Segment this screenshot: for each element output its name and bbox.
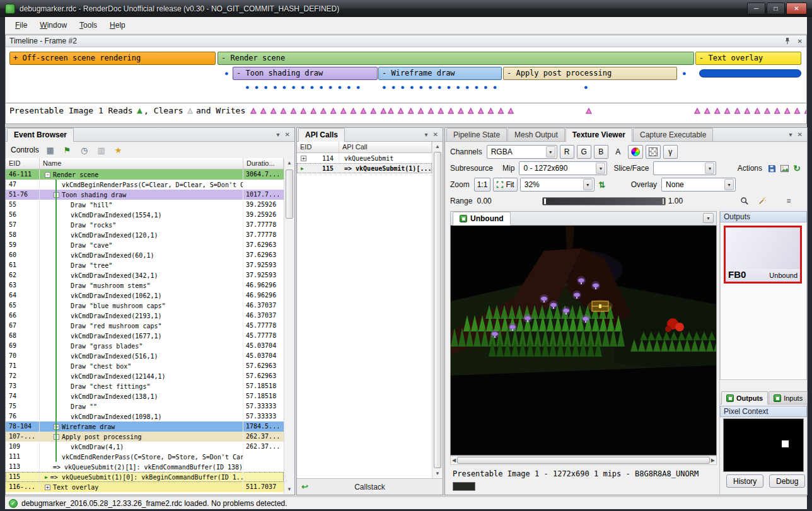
time-draws-icon[interactable]: ◷ [79, 144, 90, 156]
event-browser-column-header[interactable]: EID Name Duratio... [6, 158, 284, 169]
color-wheel-button[interactable] [628, 145, 643, 159]
texture-horizontal-scrollbar[interactable]: ◀ ▶ [450, 456, 717, 465]
event-row[interactable]: 76vkCmdDrawIndexed(1098,1)57.33333 [6, 411, 284, 422]
expander-icon[interactable]: + [301, 156, 306, 161]
event-row[interactable]: 66vkCmdDrawIndexed(2193,1)46.37037 [6, 311, 284, 321]
event-browser-scrollbar[interactable]: ▲ ▼ [284, 158, 294, 494]
event-row[interactable]: 75Draw ""57.33333 [6, 401, 284, 411]
menu-tools[interactable]: Tools [73, 18, 103, 33]
event-row[interactable]: 60vkCmdDrawIndexed(60,1)37.62963 [6, 250, 284, 260]
column-name[interactable]: Name [40, 158, 243, 169]
event-row[interactable]: 56vkCmdDrawIndexed(1554,1)39.25926 [6, 210, 284, 220]
timeline-event-dot[interactable]: ● [682, 69, 687, 77]
timeline-event-dot[interactable]: ● [224, 69, 229, 77]
channel-g-button[interactable]: G [577, 145, 591, 159]
channel-b-button[interactable]: B [594, 145, 608, 159]
timeline-toggle-icon[interactable]: ▦ [45, 144, 56, 156]
tab-texture-viewer[interactable]: Texture Viewer [566, 128, 632, 142]
maximize-button[interactable]: □ [767, 3, 785, 14]
event-row[interactable]: 63Draw "mushroom stems"46.96296 [6, 280, 284, 290]
event-row[interactable]: 69Draw "grass blades"45.03704 [6, 341, 284, 351]
timeline-bar-text-overlay[interactable]: - Text overlay [695, 52, 801, 65]
overlay-select[interactable]: None ▾ [661, 178, 736, 192]
tab-outputs[interactable]: Outputs [721, 391, 768, 405]
column-api-call[interactable]: API Call [339, 142, 432, 152]
zoom-1to1-button[interactable]: 1:1 [474, 178, 491, 192]
chevron-down-icon[interactable]: ▾ [583, 179, 593, 190]
write-markers-group[interactable]: ▲▲▲▲▲▲▲▲▲▲▲▲▲ [386, 105, 516, 115]
stats-icon[interactable]: ▥ [96, 144, 107, 156]
scroll-down-icon[interactable]: ▼ [432, 469, 443, 478]
timeline-bar-postproc[interactable]: - Apply post processing [503, 67, 677, 80]
pixel-context-view[interactable] [723, 418, 804, 472]
panel-close-icon[interactable]: ✕ [433, 131, 438, 138]
timeline-canvas[interactable]: + Off-screen scene rendering - Render sc… [6, 47, 806, 123]
event-row[interactable]: 67Draw "red mushroom caps"45.77778 [6, 321, 284, 331]
event-row[interactable]: 107-...-Apply post processing262.37... [6, 432, 284, 442]
event-row[interactable]: 55Draw "hill"39.25926 [6, 200, 284, 210]
event-row[interactable]: 51-76-Toon shading draw1017.7... [6, 190, 284, 200]
texture-display[interactable] [450, 226, 717, 456]
api-call-row[interactable]: ▶115=> vkQueueSubmit(1)[... [297, 163, 432, 173]
scroll-thumb[interactable] [457, 457, 710, 464]
event-row[interactable]: 68vkCmdDrawIndexed(1677,1)45.77778 [6, 331, 284, 341]
output-fb0-thumbnail[interactable]: FB0 Unbound [724, 226, 802, 284]
callstack-section[interactable]: ↩ Callstack [297, 478, 443, 495]
api-call-row[interactable]: +114vkQueueSubmit [297, 153, 432, 163]
range-black-handle[interactable] [543, 198, 547, 205]
event-row[interactable]: 61Draw "tree"37.92593 [6, 260, 284, 270]
write-markers-group[interactable]: ▲▲▲▲▲▲▲▲▲▲▲▲▲▲ [693, 105, 806, 115]
range-options-icon[interactable]: ≡ [784, 196, 794, 206]
event-row[interactable]: 59Draw "cave"37.62963 [6, 240, 284, 250]
timeline-bar-wireframe[interactable]: - Wireframe draw [378, 67, 502, 80]
scroll-up-icon[interactable]: ▲ [432, 142, 443, 151]
range-white-handle[interactable] [662, 198, 664, 205]
slice-face-select[interactable]: ▾ [653, 161, 716, 175]
expander-icon[interactable]: + [45, 485, 50, 490]
scroll-up-icon[interactable]: ▲ [284, 158, 294, 168]
chevron-down-icon[interactable]: ▾ [705, 163, 714, 174]
history-button[interactable]: History [726, 474, 763, 488]
save-texture-icon[interactable] [767, 163, 777, 173]
scroll-down-icon[interactable]: ▼ [284, 485, 294, 494]
event-row[interactable]: 62vkCmdDrawIndexed(342,1)37.92593 [6, 270, 284, 280]
timeline-draw-dot-postproc[interactable]: ● [584, 83, 593, 91]
texture-list-dropdown[interactable]: ▾ [703, 213, 714, 223]
api-calls-column-header[interactable]: EID API Call [297, 142, 432, 153]
menu-help[interactable]: Help [103, 18, 132, 33]
timeline-bar-render-scene[interactable]: - Render scene [218, 52, 694, 65]
event-row[interactable]: 78-104+Wireframe draw1784.5... [6, 422, 284, 432]
timeline-bar-offscreen[interactable]: + Off-screen scene rendering [9, 52, 216, 65]
event-row[interactable]: 70vkCmdDrawIndexed(516,1)45.03704 [6, 351, 284, 361]
column-duration[interactable]: Duratio... [243, 158, 284, 169]
zoom-select[interactable]: 32% ▾ [520, 178, 594, 192]
range-min-value[interactable]: 0.00 [477, 197, 491, 205]
checkerboard-background-button[interactable] [646, 145, 661, 159]
timeline-close-icon[interactable]: ✕ [798, 38, 803, 45]
event-row[interactable]: 71Draw "chest box"57.62963 [6, 361, 284, 371]
event-row[interactable]: 64vkCmdDrawIndexed(1062,1)46.96296 [6, 290, 284, 301]
flip-y-icon[interactable]: ⇅ [597, 180, 607, 190]
timeline-draw-dots-wireframe[interactable]: ●●●●●●●●●●●●● [382, 83, 502, 91]
close-button[interactable]: ✕ [786, 3, 807, 14]
scroll-left-icon[interactable]: ◀ [452, 457, 456, 463]
range-slider[interactable] [542, 197, 666, 205]
event-row[interactable]: 113=> vkQueueSubmit(2)[1]: vkEndCommandB… [6, 462, 284, 472]
tab-inputs[interactable]: Inputs [768, 391, 808, 404]
chevron-down-icon[interactable]: ▾ [546, 146, 555, 158]
tab-pipeline-state[interactable]: Pipeline State [446, 128, 507, 141]
column-eid[interactable]: EID [6, 158, 40, 169]
mip-select[interactable]: 0 - 1272x690 ▾ [519, 161, 607, 175]
event-row[interactable]: 73Draw "chest fittings"57.18518 [6, 381, 284, 391]
channel-r-button[interactable]: R [560, 145, 574, 159]
menu-file[interactable]: File [9, 18, 33, 33]
tab-capture-executable[interactable]: Capture Executable [633, 128, 713, 141]
timeline-draw-dots-toon[interactable]: ●●●●●●●●●●●●● [245, 83, 365, 91]
tab-event-browser[interactable]: Event Browser [7, 128, 74, 142]
event-row[interactable]: 116-...+Text overlay511.7037 [6, 482, 284, 492]
panel-close-icon[interactable]: ✕ [798, 131, 803, 138]
event-row[interactable]: 46-111-Render scene3064.7... [6, 169, 284, 180]
api-calls-scrollbar[interactable]: ▲ ▼ [432, 142, 443, 478]
tab-unbound-texture[interactable]: Unbound [453, 212, 511, 226]
write-markers-group[interactable]: ▲ [584, 105, 594, 115]
